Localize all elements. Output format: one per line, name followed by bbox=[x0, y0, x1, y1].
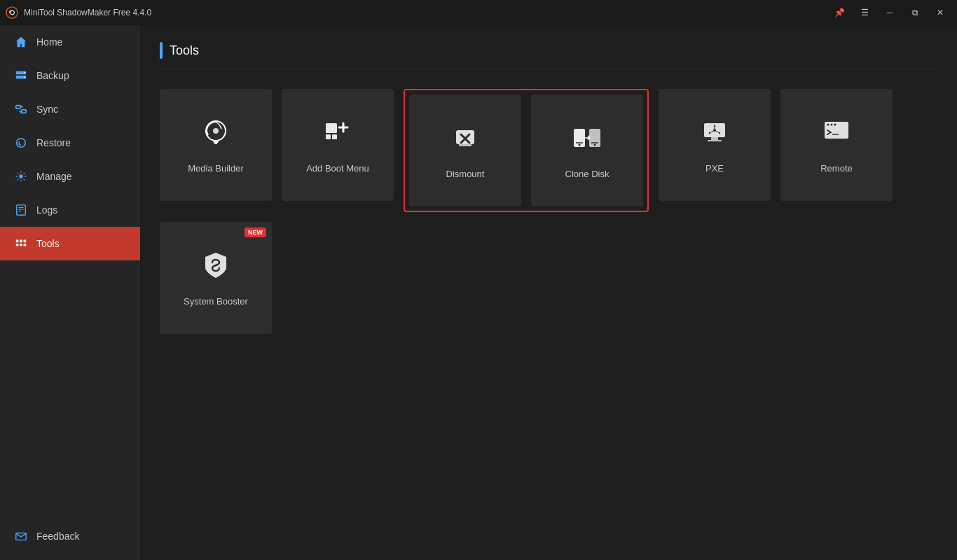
sidebar-item-backup[interactable]: Backup bbox=[0, 59, 140, 92]
page-header: Tools bbox=[160, 42, 937, 69]
tool-card-clone-disk[interactable]: Clone Disk bbox=[531, 94, 643, 206]
add-boot-menu-icon bbox=[322, 116, 354, 153]
system-booster-icon bbox=[200, 249, 232, 286]
restore-button[interactable]: ⧉ bbox=[904, 3, 926, 22]
clone-disk-label: Clone Disk bbox=[565, 169, 610, 179]
svg-point-36 bbox=[594, 144, 596, 146]
remote-label: Remote bbox=[820, 163, 853, 174]
clone-disk-icon bbox=[571, 122, 603, 159]
svg-point-51 bbox=[834, 124, 836, 126]
sidebar-item-restore-label: Restore bbox=[36, 137, 71, 148]
svg-point-50 bbox=[831, 124, 833, 126]
sidebar-item-backup-label: Backup bbox=[36, 70, 69, 81]
dismount-icon bbox=[449, 122, 481, 159]
svg-rect-17 bbox=[20, 244, 22, 246]
sidebar-item-tools-label: Tools bbox=[36, 238, 60, 249]
svg-point-0 bbox=[6, 7, 18, 18]
close-button[interactable]: ✕ bbox=[929, 3, 951, 22]
header-accent bbox=[160, 42, 163, 59]
svg-point-45 bbox=[709, 132, 710, 134]
svg-point-21 bbox=[213, 128, 219, 134]
sidebar-item-tools[interactable]: Tools bbox=[0, 227, 140, 260]
svg-rect-5 bbox=[16, 106, 20, 109]
highlight-group: Dismount bbox=[404, 89, 649, 212]
svg-rect-14 bbox=[20, 240, 22, 243]
sidebar-item-restore[interactable]: Restore bbox=[0, 126, 140, 160]
feedback-label: Feedback bbox=[36, 531, 79, 542]
svg-point-47 bbox=[714, 125, 715, 127]
title-bar: MiniTool ShadowMaker Free 4.4.0 📌 ☰ ─ ⧉ … bbox=[0, 0, 957, 25]
svg-point-46 bbox=[719, 132, 720, 134]
sidebar-item-logs-label: Logs bbox=[36, 204, 57, 216]
svg-rect-18 bbox=[24, 244, 27, 246]
tool-card-system-booster[interactable]: NEW System Booster bbox=[160, 222, 272, 334]
restore-icon bbox=[14, 136, 28, 150]
svg-point-33 bbox=[579, 144, 581, 146]
window-controls: 📌 ☰ ─ ⧉ ✕ bbox=[828, 3, 951, 22]
page-title: Tools bbox=[170, 43, 199, 58]
main-layout: Home Backup Sync bbox=[0, 25, 957, 560]
tool-card-pxe[interactable]: PXE bbox=[659, 89, 771, 201]
app-title: MiniTool ShadowMaker Free 4.4.0 bbox=[24, 8, 151, 18]
sidebar: Home Backup Sync bbox=[0, 25, 140, 560]
add-boot-menu-label: Add Boot Menu bbox=[306, 163, 369, 174]
sidebar-item-home[interactable]: Home bbox=[0, 25, 140, 59]
sidebar-spacer bbox=[0, 260, 140, 519]
tool-card-dismount[interactable]: Dismount bbox=[409, 94, 521, 206]
media-builder-label: Media Builder bbox=[188, 163, 244, 174]
minimize-button[interactable]: ─ bbox=[879, 3, 901, 22]
tools-grid: Media Builder Add Boot Menu bbox=[160, 89, 937, 334]
sidebar-item-logs[interactable]: Logs bbox=[0, 193, 140, 227]
sync-icon bbox=[14, 102, 28, 116]
media-builder-icon bbox=[200, 116, 232, 153]
svg-rect-39 bbox=[711, 137, 718, 140]
svg-rect-13 bbox=[16, 240, 19, 243]
svg-rect-22 bbox=[326, 123, 337, 133]
svg-rect-30 bbox=[459, 144, 471, 146]
home-icon bbox=[14, 35, 28, 49]
svg-rect-15 bbox=[24, 240, 27, 243]
backup-icon bbox=[14, 69, 28, 83]
title-bar-left: MiniTool ShadowMaker Free 4.4.0 bbox=[6, 6, 151, 19]
svg-rect-9 bbox=[17, 205, 26, 215]
sidebar-item-manage[interactable]: Manage bbox=[0, 160, 140, 193]
svg-rect-23 bbox=[326, 134, 331, 139]
svg-rect-16 bbox=[16, 244, 19, 246]
pxe-icon bbox=[698, 116, 731, 153]
tool-card-media-builder[interactable]: Media Builder bbox=[160, 89, 272, 201]
menu-button[interactable]: ☰ bbox=[853, 3, 876, 22]
pin-button[interactable]: 📌 bbox=[828, 3, 851, 22]
tool-card-add-boot-menu[interactable]: Add Boot Menu bbox=[282, 89, 394, 201]
svg-rect-40 bbox=[708, 140, 722, 141]
email-icon bbox=[14, 529, 28, 543]
dismount-label: Dismount bbox=[446, 169, 485, 179]
logs-icon bbox=[14, 203, 28, 217]
manage-icon bbox=[14, 169, 28, 183]
feedback-item[interactable]: Feedback bbox=[0, 519, 140, 553]
svg-rect-24 bbox=[332, 134, 337, 139]
content-area: Tools Media Builder bbox=[140, 25, 957, 560]
tools-icon bbox=[14, 237, 28, 251]
svg-point-4 bbox=[25, 76, 26, 78]
svg-point-3 bbox=[25, 72, 26, 74]
svg-point-8 bbox=[19, 174, 22, 178]
sidebar-item-sync-label: Sync bbox=[36, 104, 58, 115]
svg-point-7 bbox=[17, 139, 26, 148]
sidebar-item-home-label: Home bbox=[36, 36, 62, 48]
tool-card-remote[interactable]: Remote bbox=[780, 89, 893, 201]
pxe-label: PXE bbox=[705, 163, 724, 174]
sidebar-item-sync[interactable]: Sync bbox=[0, 92, 140, 126]
app-logo-icon bbox=[6, 6, 18, 19]
svg-rect-6 bbox=[22, 110, 26, 113]
sidebar-item-manage-label: Manage bbox=[36, 171, 72, 182]
new-badge: NEW bbox=[245, 227, 266, 237]
system-booster-label: System Booster bbox=[184, 296, 248, 307]
remote-icon bbox=[820, 116, 853, 153]
svg-point-49 bbox=[827, 124, 829, 126]
